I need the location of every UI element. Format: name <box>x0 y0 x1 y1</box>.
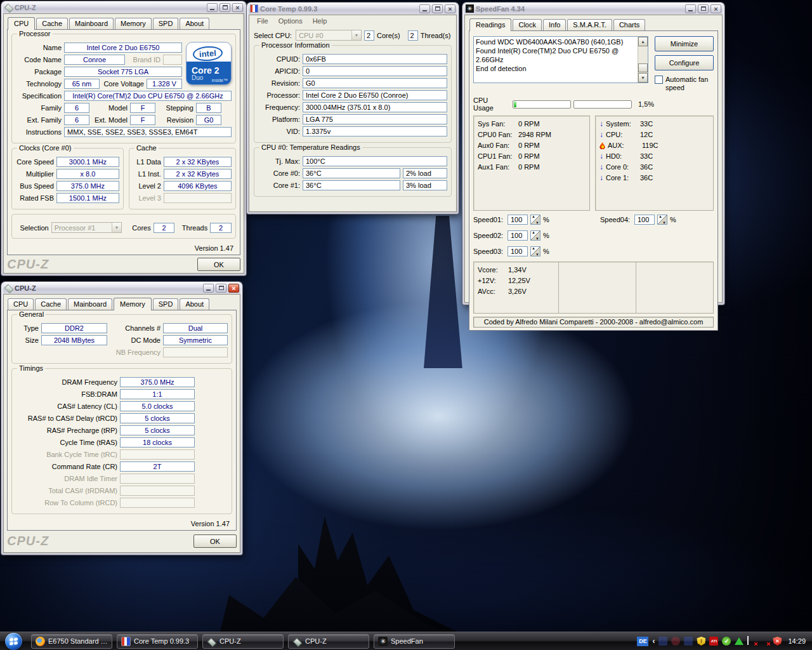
tray-collapse-icon[interactable]: ‹ <box>652 637 655 646</box>
tab-spd[interactable]: SPD <box>153 18 179 29</box>
desktop: CPU-Z CPU Cache Mainboard Memory SPD Abo… <box>0 0 812 650</box>
tab-about[interactable]: About <box>180 298 209 310</box>
v12-value: 12,25V <box>508 275 530 286</box>
tab-spd[interactable]: SPD <box>153 298 179 310</box>
menu-help[interactable]: Help <box>308 16 332 26</box>
ati-tray-icon[interactable]: ATI <box>709 637 718 646</box>
nbfreq-value <box>163 347 228 357</box>
tab-cache[interactable]: Cache <box>36 18 68 29</box>
auto-fan-checkbox[interactable] <box>655 76 663 84</box>
speed03-spinner[interactable] <box>530 246 540 256</box>
maximize-button[interactable] <box>432 4 443 13</box>
corevoltage-label: Core Voltage <box>102 80 144 88</box>
trcd-value: 5 clocks <box>120 413 195 423</box>
cpuz-memory-titlebar[interactable]: CPU-Z <box>3 282 240 294</box>
display-disconnected-icon[interactable] <box>747 637 756 646</box>
taskbar-button-firefox[interactable]: E6750 Standard bei... <box>31 634 112 649</box>
tab-clock[interactable]: Clock <box>513 19 542 30</box>
type-value: DDR2 <box>41 323 107 333</box>
speed03-value[interactable]: 100 <box>508 246 528 256</box>
close-button[interactable] <box>445 4 455 13</box>
maximize-button[interactable] <box>216 284 226 293</box>
minimize-button[interactable] <box>203 284 214 293</box>
fan-value: 0 RPM <box>518 140 540 151</box>
tab-smart[interactable]: S.M.A.R.T. <box>567 19 612 30</box>
menu-file[interactable]: File <box>252 16 273 26</box>
tab-mainboard[interactable]: Mainboard <box>69 18 114 29</box>
taskbar-button-cpuz-1[interactable]: CPU-Z <box>202 634 284 649</box>
close-button[interactable] <box>232 3 243 12</box>
minimize-fan-button[interactable]: Minimize <box>655 36 714 51</box>
core0-load: 2% load <box>403 168 447 178</box>
network-icon[interactable] <box>735 637 743 645</box>
detection-log[interactable]: Found WDC WD6400AAKS-00A7B0 (640,1GB) Fo… <box>473 36 648 83</box>
speed04-spinner[interactable] <box>657 215 667 225</box>
speed01-spinner[interactable] <box>530 215 540 225</box>
temp-value: 119C <box>642 140 658 151</box>
speedfan-titlebar[interactable]: SpeedFan 4.34 <box>464 3 723 15</box>
temp-label: Core 0: <box>606 162 638 173</box>
tray-icon-inactive-1[interactable] <box>658 637 667 646</box>
cpuz-tabs: CPU Cache Mainboard Memory SPD About <box>7 17 240 29</box>
tab-memory[interactable]: Memory <box>115 18 152 29</box>
tab-cpu[interactable]: CPU <box>8 17 35 30</box>
tab-info[interactable]: Info <box>543 19 566 30</box>
menu-options[interactable]: Options <box>274 16 307 26</box>
tab-memory[interactable]: Memory <box>114 298 152 310</box>
taskbar-button-speedfan[interactable]: SpeedFan <box>374 634 455 649</box>
tab-about[interactable]: About <box>180 18 209 29</box>
speed02-value[interactable]: 100 <box>508 230 528 241</box>
taskbar-button-coretemp[interactable]: Core Temp 0.99.3 <box>117 634 198 649</box>
minimize-button[interactable] <box>207 3 218 12</box>
percent-label: % <box>543 232 549 239</box>
volume-muted-icon[interactable] <box>760 637 769 646</box>
windows-logo-icon <box>10 637 18 645</box>
close-button[interactable] <box>710 4 721 13</box>
cpuid-label: CPUID: <box>258 55 300 63</box>
clocks-group: Clocks (Core #0) Core Speed 3000.1 MHz M… <box>11 148 124 209</box>
revision-value: G0 <box>303 78 447 88</box>
core1-load: 3% load <box>403 180 447 190</box>
tab-cache[interactable]: Cache <box>35 298 67 310</box>
security-alert-icon[interactable]: ! <box>697 637 705 646</box>
thread-count-label: Thread(s) <box>421 32 451 39</box>
ok-button[interactable]: OK <box>193 534 237 548</box>
speed04-value[interactable]: 100 <box>634 215 655 225</box>
tray-icon-inactive-2[interactable] <box>671 637 680 646</box>
l1inst-value: 2 x 32 KBytes <box>164 169 232 179</box>
scrollbar[interactable] <box>638 37 648 83</box>
intel-logo-text: intel <box>192 45 223 62</box>
scroll-down-icon[interactable] <box>638 73 648 83</box>
close-button[interactable] <box>228 284 239 293</box>
temp-label: Core 1: <box>606 173 638 183</box>
tab-charts[interactable]: Charts <box>613 19 645 30</box>
cpuz-cpu-titlebar[interactable]: CPU-Z <box>3 1 244 13</box>
coretemp-titlebar[interactable]: Core Temp 0.99.3 <box>249 3 457 15</box>
configure-button[interactable]: Configure <box>655 55 714 70</box>
scroll-thumb[interactable] <box>638 63 648 72</box>
minimize-button[interactable] <box>419 4 430 13</box>
dcmode-value: Symmetric <box>163 335 228 345</box>
start-button[interactable] <box>5 633 22 650</box>
tab-mainboard[interactable]: Mainboard <box>68 298 112 310</box>
maximize-button[interactable] <box>698 4 709 13</box>
speed02-spinner[interactable] <box>530 230 540 241</box>
antivirus-ok-icon[interactable]: ✓ <box>722 637 731 646</box>
tray-icon-inactive-3[interactable] <box>684 637 693 646</box>
security-warning-icon[interactable]: × <box>773 637 782 646</box>
temp-value: 12C <box>640 129 653 140</box>
tab-readings[interactable]: Readings <box>469 18 511 31</box>
scroll-up-icon[interactable] <box>638 37 648 46</box>
cores-value: 2 <box>154 223 175 233</box>
ok-button[interactable]: OK <box>197 258 240 271</box>
ratedfsb-value: 1500.1 MHz <box>56 193 119 203</box>
language-indicator[interactable]: DE <box>637 637 648 646</box>
temp-label: HD0: <box>606 151 638 162</box>
select-cpu-label: Select CPU: <box>254 32 293 39</box>
minimize-button[interactable] <box>685 4 696 13</box>
speed01-value[interactable]: 100 <box>508 215 528 225</box>
maximize-button[interactable] <box>219 3 230 12</box>
tab-cpu[interactable]: CPU <box>8 298 34 310</box>
package-label: Package <box>16 68 62 76</box>
taskbar-button-cpuz-2[interactable]: CPU-Z <box>288 634 369 649</box>
